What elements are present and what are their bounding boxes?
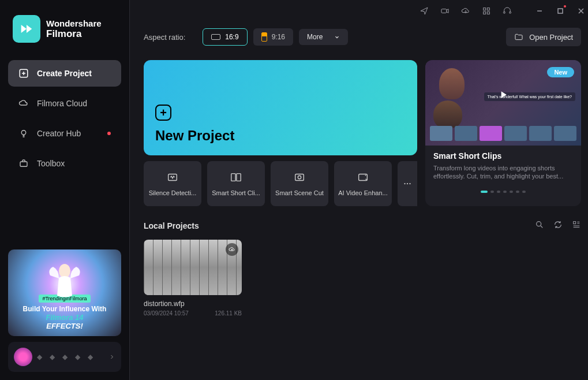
folder-icon — [514, 32, 523, 42]
tool-smart-short-clips[interactable]: Smart Short Cli... — [207, 161, 265, 206]
app-logo: Wondershare Filmora — [8, 8, 121, 54]
new-project-label: New Project — [155, 128, 406, 144]
close-button[interactable] — [572, 2, 588, 20]
gem-icon: ◆ — [37, 353, 45, 361]
scene-cut-icon — [293, 171, 306, 184]
tool-ai-video-enhance[interactable]: AI Video Enhan... — [334, 161, 392, 206]
gem-icon: ◆ — [62, 353, 70, 361]
svg-point-1 — [21, 131, 26, 135]
promo-line1: Build Your Influence With — [23, 305, 107, 313]
minimize-button[interactable] — [530, 2, 549, 20]
nav-label: Toolbox — [37, 159, 65, 168]
nav-filmora-cloud[interactable]: Filmora Cloud — [8, 90, 121, 117]
plus-icon: + — [155, 105, 171, 121]
feature-card[interactable]: That's wonderful! What was your first da… — [425, 60, 581, 206]
play-icon — [497, 89, 509, 103]
nav-label: Create Project — [37, 69, 92, 78]
project-item[interactable]: distortion.wfp 03/09/2024 10:57 126.11 K… — [144, 240, 242, 316]
ratio-9-16-button[interactable]: 9:16 — [253, 28, 293, 46]
ratio-16-9-button[interactable]: 16:9 — [203, 28, 247, 46]
new-project-card[interactable]: + New Project — [144, 60, 417, 155]
project-name: distortion.wfp — [144, 300, 242, 308]
dot[interactable] — [497, 191, 500, 193]
silence-icon — [166, 171, 179, 184]
promo-image — [44, 258, 85, 301]
bulb-icon — [18, 128, 29, 139]
gem-icon: ◆ — [50, 353, 58, 361]
feature-preview: That's wonderful! What was your first da… — [425, 60, 581, 146]
dots-icon — [402, 178, 413, 189]
notification-dot — [107, 132, 111, 135]
dot[interactable] — [490, 191, 494, 193]
dot[interactable] — [481, 191, 488, 193]
dot[interactable] — [522, 191, 526, 193]
dot[interactable] — [503, 191, 507, 193]
nav-label: Creator Hub — [37, 129, 81, 138]
maximize-button[interactable] — [551, 2, 570, 20]
view-toggle-icon[interactable] — [572, 220, 581, 232]
ratio-label: 9:16 — [272, 33, 285, 41]
svg-rect-10 — [168, 174, 177, 181]
svg-point-16 — [404, 183, 405, 184]
svg-rect-8 — [487, 12, 489, 14]
feature-description: Transform long videos into engaging shor… — [433, 164, 573, 180]
svg-rect-7 — [484, 12, 486, 14]
send-icon[interactable] — [415, 2, 433, 20]
more-ratios-button[interactable]: More — [299, 29, 348, 45]
nav-creator-hub[interactable]: Creator Hub — [8, 120, 121, 147]
svg-rect-5 — [484, 8, 486, 10]
nav-create-project[interactable]: Create Project — [8, 60, 121, 87]
logo-icon — [13, 15, 40, 43]
headset-icon[interactable] — [498, 2, 516, 20]
search-icon[interactable] — [535, 220, 544, 232]
dot[interactable] — [516, 191, 519, 193]
svg-rect-2 — [20, 162, 27, 166]
svg-point-3 — [59, 264, 70, 278]
aspect-ratio-label: Aspect ratio: — [144, 33, 185, 42]
cloud-upload-icon[interactable] — [226, 243, 238, 256]
tool-label: AI Video Enhan... — [338, 189, 387, 196]
tool-smart-scene-cut[interactable]: Smart Scene Cut — [271, 161, 328, 206]
svg-point-19 — [537, 222, 541, 226]
chevron-down-icon — [334, 34, 340, 40]
tool-label: Smart Short Cli... — [212, 189, 260, 196]
clips-icon — [230, 171, 242, 184]
project-thumbnail — [144, 240, 242, 295]
plus-square-icon — [18, 68, 29, 79]
portrait-icon — [261, 32, 267, 42]
chevron-right-icon[interactable] — [108, 353, 115, 360]
recorder-icon[interactable] — [436, 2, 454, 20]
gem-icon: ◆ — [75, 353, 83, 361]
project-size: 126.11 KB — [215, 310, 242, 316]
svg-point-14 — [298, 176, 301, 179]
feature-title: Smart Short Clips — [433, 151, 573, 161]
more-label: More — [307, 33, 323, 41]
svg-rect-4 — [441, 9, 447, 13]
tool-silence-detection[interactable]: Silence Detecti... — [144, 161, 201, 206]
promo-line2: Filmora 14 — [46, 313, 83, 322]
svg-rect-20 — [574, 222, 576, 224]
more-tools-button[interactable] — [398, 161, 417, 206]
grid-icon[interactable] — [477, 2, 496, 20]
svg-rect-12 — [237, 174, 241, 181]
svg-rect-9 — [558, 9, 563, 13]
gem-active-icon — [14, 348, 32, 366]
svg-point-18 — [409, 183, 410, 184]
notification-dot — [564, 5, 566, 8]
promo-banner[interactable]: #TrendinginFilmora Build Your Influence … — [8, 249, 121, 336]
cloud-icon — [18, 98, 29, 109]
brand-name: Wondershare — [46, 18, 102, 28]
gems-bar[interactable]: ◆ ◆ ◆ ◆ ◆ — [8, 342, 121, 372]
svg-rect-13 — [295, 174, 304, 181]
nav-toolbox[interactable]: Toolbox — [8, 150, 121, 177]
new-badge: New — [547, 67, 574, 77]
open-project-button[interactable]: Open Project — [506, 28, 581, 46]
local-projects-title: Local Projects — [144, 221, 199, 230]
carousel-dots[interactable] — [425, 191, 581, 199]
dot[interactable] — [510, 191, 513, 193]
promo-line3: EFFECTS! — [46, 322, 83, 330]
cloud-download-icon[interactable] — [456, 2, 475, 20]
refresh-icon[interactable] — [553, 220, 563, 232]
svg-rect-6 — [487, 8, 489, 10]
product-name: Filmora — [46, 28, 102, 40]
